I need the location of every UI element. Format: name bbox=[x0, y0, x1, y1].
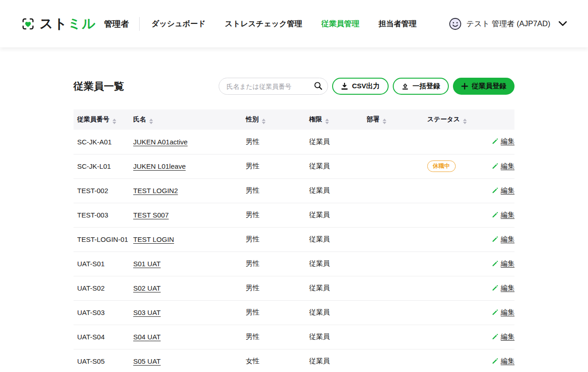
bulk-register-button[interactable]: 一括登録 bbox=[393, 78, 449, 95]
role-cell: 従業員 bbox=[309, 349, 367, 372]
employee-name-link[interactable]: TEST LOGIN2 bbox=[133, 187, 178, 195]
status-badge: 休職中 bbox=[427, 160, 456, 172]
edit-link[interactable]: 編集 bbox=[492, 308, 514, 317]
sort-icon[interactable] bbox=[113, 119, 116, 124]
pencil-icon bbox=[492, 333, 498, 340]
employee-id-cell: UAT-S01 bbox=[74, 252, 133, 276]
actions-cell: 編集 bbox=[473, 325, 514, 349]
role-cell: 従業員 bbox=[309, 130, 367, 154]
pencil-icon bbox=[492, 212, 498, 218]
employee-name-link[interactable]: S05 UAT bbox=[133, 357, 161, 365]
role-cell: 従業員 bbox=[309, 300, 367, 325]
header-divider bbox=[139, 17, 140, 31]
employee-name-cell: TEST LOGIN bbox=[133, 227, 246, 252]
edit-link[interactable]: 編集 bbox=[492, 284, 514, 292]
employee-id-cell: TEST-LOGIN-01 bbox=[74, 227, 133, 252]
column-header-name: 氏名 bbox=[133, 109, 246, 130]
employee-name-link[interactable]: TEST LOGIN bbox=[133, 235, 174, 243]
employee-name-link[interactable]: S04 UAT bbox=[133, 333, 161, 341]
nav-item-dashboard[interactable]: ダッシュボード bbox=[152, 19, 206, 29]
employee-name-cell: TEST S007 bbox=[133, 203, 246, 227]
employee-name-link[interactable]: TEST S007 bbox=[133, 211, 169, 219]
user-menu[interactable]: テスト 管理者 (AJP7AD) bbox=[449, 17, 567, 30]
edit-link-label: 編集 bbox=[501, 357, 514, 366]
department-cell bbox=[367, 227, 427, 252]
column-header-department: 部署 bbox=[367, 109, 427, 130]
employee-name-cell: S03 UAT bbox=[133, 300, 246, 325]
csv-export-button[interactable]: CSV出力 bbox=[332, 78, 389, 95]
sort-icon[interactable] bbox=[383, 119, 386, 124]
sort-icon[interactable] bbox=[262, 119, 266, 124]
status-cell bbox=[427, 227, 473, 252]
gender-cell: 男性 bbox=[246, 300, 309, 325]
edit-link-label: 編集 bbox=[501, 332, 514, 341]
sort-icon[interactable] bbox=[149, 119, 153, 124]
role-cell: 従業員 bbox=[309, 325, 367, 349]
role-cell: 従業員 bbox=[309, 252, 367, 276]
employee-table: 従業員番号 氏名 性別 権限 部署 ステータス SC-JK-A01 JUKEN … bbox=[74, 109, 514, 372]
employee-name-link[interactable]: S02 UAT bbox=[133, 284, 161, 292]
nav-item-employees[interactable]: 従業員管理 bbox=[322, 19, 360, 29]
edit-link[interactable]: 編集 bbox=[492, 137, 514, 146]
employee-table-header: 従業員番号 氏名 性別 権限 部署 ステータス bbox=[74, 109, 514, 130]
employee-name-link[interactable]: S01 UAT bbox=[133, 260, 161, 268]
edit-link[interactable]: 編集 bbox=[492, 235, 514, 244]
status-cell bbox=[427, 276, 473, 300]
department-cell bbox=[367, 130, 427, 154]
pencil-icon bbox=[492, 236, 498, 243]
employee-name-cell: JUKEN A01active bbox=[133, 130, 246, 154]
pencil-icon bbox=[492, 285, 498, 292]
department-cell bbox=[367, 154, 427, 178]
employee-name-cell: TEST LOGIN2 bbox=[133, 178, 246, 203]
status-cell bbox=[427, 130, 473, 154]
employee-table-body: SC-JK-A01 JUKEN A01active 男性 従業員 編集 SC-J… bbox=[74, 130, 514, 372]
employee-name-cell: S05 UAT bbox=[133, 349, 246, 372]
role-cell: 従業員 bbox=[309, 203, 367, 227]
employee-name-cell: JUKEN L01leave bbox=[133, 154, 246, 178]
edit-link-label: 編集 bbox=[501, 186, 514, 195]
add-employee-button[interactable]: 従業員登録 bbox=[453, 78, 514, 95]
pencil-icon bbox=[492, 260, 498, 267]
actions-cell: 編集 bbox=[473, 154, 514, 178]
logo-suffix-label: 管理者 bbox=[104, 18, 129, 29]
actions-cell: 編集 bbox=[473, 178, 514, 203]
edit-link[interactable]: 編集 bbox=[492, 259, 514, 268]
gender-cell: 男性 bbox=[246, 276, 309, 300]
edit-link-label: 編集 bbox=[501, 235, 514, 244]
edit-link-label: 編集 bbox=[501, 211, 514, 219]
column-header-gender: 性別 bbox=[246, 109, 309, 130]
edit-link[interactable]: 編集 bbox=[492, 211, 514, 219]
employee-list-page: 従業員一覧 CSV出力 bbox=[74, 78, 514, 372]
csv-export-label: CSV出力 bbox=[352, 82, 380, 91]
actions-cell: 編集 bbox=[473, 349, 514, 372]
employee-name-cell: S01 UAT bbox=[133, 252, 246, 276]
role-cell: 従業員 bbox=[309, 178, 367, 203]
edit-link[interactable]: 編集 bbox=[492, 162, 514, 171]
nav-item-stress-check[interactable]: ストレスチェック管理 bbox=[225, 19, 302, 29]
search-button[interactable] bbox=[314, 81, 322, 90]
plus-icon bbox=[461, 83, 468, 90]
controls: CSV出力 一括登録 従業員登録 bbox=[219, 78, 514, 95]
edit-link[interactable]: 編集 bbox=[492, 332, 514, 341]
actions-cell: 編集 bbox=[473, 276, 514, 300]
employee-name-link[interactable]: S03 UAT bbox=[133, 309, 161, 316]
employee-name-link[interactable]: JUKEN L01leave bbox=[133, 162, 186, 170]
sort-icon[interactable] bbox=[463, 119, 467, 124]
search-box bbox=[219, 78, 328, 95]
edit-link-label: 編集 bbox=[501, 137, 514, 146]
table-row: UAT-S04 S04 UAT 男性 従業員 編集 bbox=[74, 325, 514, 349]
table-row: TEST-003 TEST S007 男性 従業員 編集 bbox=[74, 203, 514, 227]
gender-cell: 女性 bbox=[246, 349, 309, 372]
pencil-icon bbox=[492, 309, 498, 316]
nav-item-managers[interactable]: 担当者管理 bbox=[379, 19, 417, 29]
edit-link[interactable]: 編集 bbox=[492, 186, 514, 195]
department-cell bbox=[367, 325, 427, 349]
table-row: TEST-002 TEST LOGIN2 男性 従業員 編集 bbox=[74, 178, 514, 203]
app-logo[interactable]: ストミル 管理者 bbox=[21, 15, 129, 33]
search-input[interactable] bbox=[219, 78, 328, 95]
edit-link-label: 編集 bbox=[501, 162, 514, 171]
sort-icon[interactable] bbox=[325, 119, 329, 124]
department-cell bbox=[367, 300, 427, 325]
edit-link[interactable]: 編集 bbox=[492, 357, 514, 366]
employee-name-link[interactable]: JUKEN A01active bbox=[133, 138, 187, 146]
